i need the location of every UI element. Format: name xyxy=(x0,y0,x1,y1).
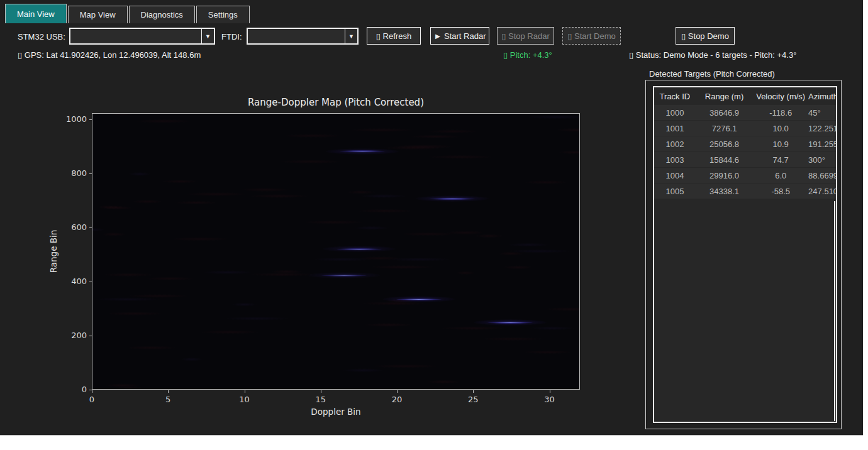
table-cell: 1005 xyxy=(654,187,696,196)
tab-bar: Main ViewMap ViewDiagnosticsSettings xyxy=(5,4,251,23)
stm32-usb-value xyxy=(70,29,201,43)
table-cell: 10.9 xyxy=(753,140,808,149)
start-radar-button[interactable]: ► Start Radar xyxy=(430,27,489,45)
y-tick-label: 0 xyxy=(43,385,87,394)
y-tick-label: 1000 xyxy=(43,114,87,124)
table-cell: 1001 xyxy=(654,124,696,133)
y-tick-mark xyxy=(89,336,92,336)
x-tick-label: 5 xyxy=(155,395,181,404)
table-cell: 29916.0 xyxy=(696,171,753,180)
target-streak xyxy=(396,299,442,300)
column-header: Velocity (m/s) xyxy=(753,92,808,101)
column-header: Track ID xyxy=(654,92,696,101)
table-cell: 34338.1 xyxy=(696,187,753,196)
tab-diagnostics[interactable]: Diagnostics xyxy=(129,6,195,23)
x-tick-mark xyxy=(550,390,550,393)
x-tick-mark xyxy=(92,390,92,393)
x-tick-label: 20 xyxy=(384,395,409,404)
targets-panel-title: Detected Targets (Pitch Corrected) xyxy=(649,69,775,79)
table-cell: 7276.1 xyxy=(696,124,753,133)
app-window: Main ViewMap ViewDiagnosticsSettings STM… xyxy=(0,0,863,436)
table-cell: -58.5 xyxy=(753,187,808,196)
column-header: Range (m) xyxy=(696,92,753,101)
x-tick-mark xyxy=(168,390,169,393)
x-axis-label: Doppler Bin xyxy=(92,407,580,417)
x-tick-label: 15 xyxy=(308,395,333,404)
table-cell: 247.5104 xyxy=(808,187,836,196)
table-row[interactable]: 100225056.810.9191.2552 xyxy=(654,136,836,152)
table-cell: 1004 xyxy=(654,171,696,180)
table-cell: 45° xyxy=(808,108,836,118)
ftdi-label: FTDI: xyxy=(221,32,242,41)
x-tick-mark xyxy=(473,390,474,393)
table-cell: 1003 xyxy=(654,155,696,165)
y-tick-mark xyxy=(89,228,92,228)
target-streak xyxy=(430,198,475,200)
tab-settings[interactable]: Settings xyxy=(196,6,250,23)
table-cell: 74.7 xyxy=(753,155,808,165)
table-row[interactable]: 100429916.06.088.66998 xyxy=(654,168,836,184)
target-streak xyxy=(487,322,533,324)
x-tick-label: 25 xyxy=(460,395,486,404)
chart-title: Range-Doppler Map (Pitch Corrected) xyxy=(92,97,580,108)
stop-demo-button[interactable]: ▯ Stop Demo xyxy=(676,27,735,45)
table-cell: 88.66998 xyxy=(808,171,836,180)
table-row[interactable]: 10017276.110.0122.2510 xyxy=(654,121,836,136)
table-cell: 191.2552 xyxy=(808,140,836,149)
x-tick-label: 30 xyxy=(537,395,562,404)
stm32-usb-label: STM32 USB: xyxy=(18,32,65,41)
demo-status-text: ▯ Status: Demo Mode - 6 targets - Pitch:… xyxy=(629,50,796,60)
table-cell: 25056.8 xyxy=(696,140,753,149)
x-tick-mark xyxy=(321,390,321,393)
chevron-down-icon[interactable]: ▼ xyxy=(345,29,357,43)
table-cell: 1002 xyxy=(654,140,696,149)
table-cell: 122.2510 xyxy=(808,124,836,133)
x-tick-label: 10 xyxy=(232,395,257,404)
ftdi-combobox[interactable]: ▼ xyxy=(247,28,359,45)
refresh-button[interactable]: ▯ Refresh xyxy=(367,27,421,45)
table-cell: 15844.6 xyxy=(696,155,753,165)
table-cell: -118.6 xyxy=(753,108,808,118)
table-scrollbar[interactable] xyxy=(834,201,835,421)
table-row[interactable]: 100534338.1-58.5247.5104 xyxy=(654,184,836,199)
chevron-down-icon[interactable]: ▼ xyxy=(201,29,214,43)
table-header-row: Track IDRange (m)Velocity (m/s)Azimuth xyxy=(654,87,836,105)
gps-status-text: ▯ GPS: Lat 41.902426, Lon 12.496039, Alt… xyxy=(18,50,201,60)
ftdi-value xyxy=(248,29,345,43)
table-cell: 38646.9 xyxy=(696,108,753,118)
table-cell: 10.0 xyxy=(753,124,808,133)
y-tick-label: 800 xyxy=(43,168,87,178)
target-streak xyxy=(337,248,382,250)
column-header: Azimuth xyxy=(808,92,836,101)
y-tick-mark xyxy=(89,390,92,390)
table-cell: 1000 xyxy=(654,108,696,118)
tab-main-view[interactable]: Main View xyxy=(5,4,67,23)
x-tick-label: 0 xyxy=(79,395,104,404)
start-demo-button: ▯ Start Demo xyxy=(562,27,621,45)
y-axis-label: Range Bin xyxy=(48,223,58,280)
y-tick-mark xyxy=(89,282,92,282)
target-streak xyxy=(321,275,367,277)
x-tick-mark xyxy=(397,390,398,393)
stop-radar-button: ▯ Stop Radar xyxy=(497,27,554,45)
targets-table[interactable]: Track IDRange (m)Velocity (m/s)Azimuth10… xyxy=(653,86,837,423)
table-cell: 6.0 xyxy=(753,171,808,180)
y-tick-mark xyxy=(89,119,92,120)
pitch-status-text: ▯ Pitch: +4.3° xyxy=(503,50,552,60)
table-cell: 300° xyxy=(808,155,836,165)
table-row[interactable]: 100315844.674.7300° xyxy=(654,152,836,168)
tab-map-view[interactable]: Map View xyxy=(68,6,128,23)
y-tick-label: 200 xyxy=(43,331,87,340)
y-tick-mark xyxy=(89,173,92,174)
x-tick-mark xyxy=(245,390,245,393)
range-doppler-heatmap[interactable] xyxy=(92,113,580,390)
table-row[interactable]: 100038646.9-118.645° xyxy=(654,105,836,121)
stm32-usb-combobox[interactable]: ▼ xyxy=(69,28,215,45)
